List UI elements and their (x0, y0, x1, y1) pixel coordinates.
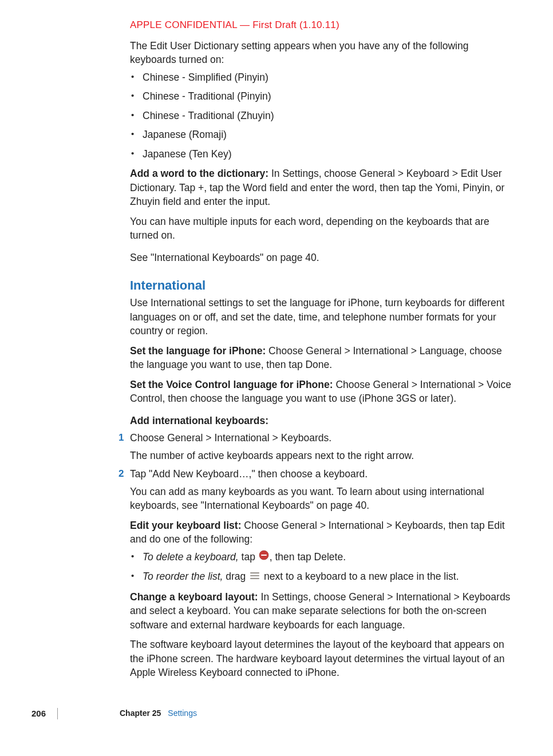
reorder-italic: To reorder the list, (143, 571, 226, 582)
confidential-banner: APPLE CONFIDENTIAL — First Draft (1.10.1… (130, 18, 516, 32)
drag-handle-icon (250, 569, 260, 584)
set-language-label: Set the language for iPhone: (130, 345, 268, 357)
intro-paragraph: The Edit User Dictionary setting appears… (130, 39, 516, 67)
add-word-label: Add a word to the dictionary: (130, 168, 271, 179)
edit-bullet-list: To delete a keyboard, tap , then tap Del… (130, 550, 516, 584)
delete-italic: To delete a keyboard, (143, 551, 242, 563)
software-layout-paragraph: The software keyboard layout determines … (130, 638, 516, 680)
multi-input-paragraph: You can have multiple inputs for each wo… (130, 215, 516, 243)
list-item: To delete a keyboard, tap , then tap Del… (130, 550, 516, 565)
change-layout-label: Change a keyboard layout: (130, 591, 261, 603)
international-heading: International (130, 277, 516, 295)
chapter-name: Settings (168, 708, 197, 719)
set-voice-label: Set the Voice Control language for iPhon… (130, 379, 335, 390)
step-number: 2 (118, 467, 124, 481)
add-word-paragraph: Add a word to the dictionary: In Setting… (130, 167, 516, 209)
svg-rect-2 (250, 572, 259, 573)
step-sub: The number of active keyboards appears n… (130, 449, 516, 463)
change-layout-paragraph: Change a keyboard layout: In Settings, c… (130, 590, 516, 632)
delete-post: , then tap Delete. (270, 551, 346, 563)
set-language-paragraph: Set the language for iPhone: Choose Gene… (130, 344, 516, 372)
step-text: Tap "Add New Keyboard…," then choose a k… (130, 468, 368, 480)
list-item: Japanese (Romaji) (130, 128, 516, 142)
minus-circle-icon (259, 550, 269, 564)
footer-divider (57, 708, 58, 719)
svg-rect-4 (250, 578, 259, 579)
svg-rect-1 (261, 555, 267, 556)
svg-rect-3 (250, 575, 259, 576)
step-item: 1 Choose General > International > Keybo… (130, 431, 516, 462)
reorder-pre: drag (226, 571, 248, 582)
edit-list-paragraph: Edit your keyboard list: Choose General … (130, 518, 516, 547)
step-number: 1 (118, 431, 124, 445)
page-content: APPLE CONFIDENTIAL — First Draft (1.10.1… (0, 0, 553, 680)
reorder-post: next to a keyboard to a new place in the… (261, 571, 459, 582)
list-item: Chinese - Traditional (Pinyin) (130, 89, 516, 104)
see-reference: See "International Keyboards" on page 40… (130, 251, 516, 265)
page-footer: 206 Chapter 25 Settings (0, 707, 553, 719)
list-item: Chinese - Traditional (Zhuyin) (130, 109, 516, 123)
delete-pre: tap (242, 551, 258, 563)
step-sub: You can add as many keyboards as you wan… (130, 485, 516, 513)
edit-list-label: Edit your keyboard list: (130, 520, 244, 531)
list-item: To reorder the list, drag next to a keyb… (130, 569, 516, 584)
step-text: Choose General > International > Keyboar… (130, 432, 331, 444)
list-item: Japanese (Ten Key) (130, 147, 516, 161)
list-item: Chinese - Simplified (Pinyin) (130, 70, 516, 85)
numbered-steps: 1 Choose General > International > Keybo… (130, 431, 516, 513)
add-keyboards-label-row: Add international keyboards: (130, 414, 516, 428)
page-number: 206 (0, 707, 57, 719)
step-item: 2 Tap "Add New Keyboard…," then choose a… (130, 467, 516, 513)
chapter-label: Chapter 25 (120, 708, 161, 719)
add-keyboards-label: Add international keyboards: (130, 415, 268, 426)
set-voice-paragraph: Set the Voice Control language for iPhon… (130, 378, 516, 406)
international-intro: Use International settings to set the la… (130, 296, 516, 338)
keyboard-bullet-list: Chinese - Simplified (Pinyin) Chinese - … (130, 70, 516, 161)
